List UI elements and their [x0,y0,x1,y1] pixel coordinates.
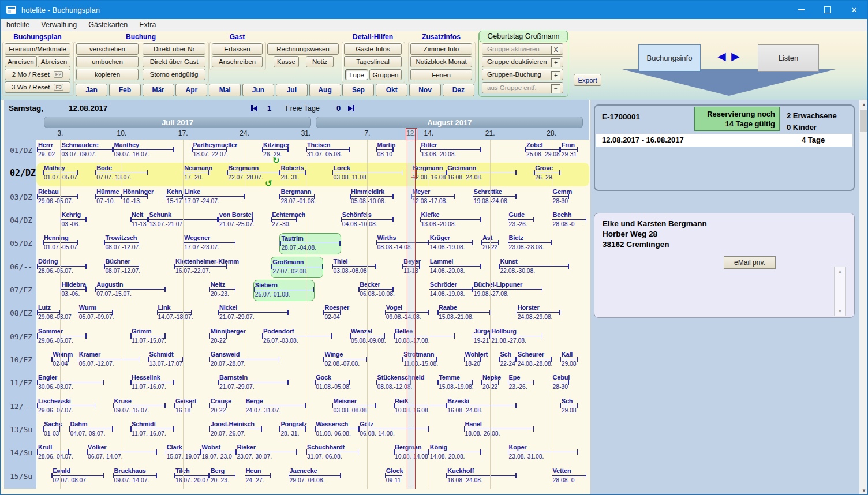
room-timeline[interactable]: Kehrig03.-06.Neit11-13Schunk13.07.-21.07… [36,209,589,232]
booking[interactable]: Echternach27.-30. [271,211,297,232]
booking[interactable]: Kehrig03.-06. [60,211,87,232]
month-tab-okt[interactable]: Okt [376,84,407,96]
room-timeline[interactable]: Hildebra03.-06.Augustin07.07.-15.07.Neit… [36,279,589,302]
room-timeline[interactable]: Döring28.06.-06.07.Büchner08.07.-12.07.K… [36,256,589,279]
day-tick[interactable]: 3. [57,129,63,137]
booking[interactable]: Greimann16.08.-24.08. [446,164,517,185]
booking[interactable]: Hollburg21.08.-27.08. [490,328,542,348]
booking[interactable]: Ewald02.07.-08.07. [51,467,104,488]
booking[interactable]: Bellee10.08.-17.08. [394,328,455,348]
booking[interactable]: Podendorf26.07.-03.08. [262,328,332,348]
booking[interactable]: Thiel03.08.-08.08. [332,258,376,279]
gaeste-infos-button[interactable]: Gäste-Infos [344,43,402,55]
booking[interactable]: Neit11-13 [130,211,148,232]
booking[interactable]: Epe23.-26. [508,374,534,395]
tageslineal-button[interactable]: Tageslineal [344,56,402,68]
day-tick[interactable]: 17. [178,129,188,137]
maximize-button[interactable] [814,1,841,19]
zimmer-info-button[interactable]: Zimmer Info [410,43,472,55]
scroll-up-icon[interactable]: ▲ [835,269,845,274]
booking[interactable]: Kitzinger26.-29. [262,141,289,162]
month-tab-jan[interactable]: Jan [76,84,107,96]
kasse-button[interactable]: Kasse [274,56,299,68]
booking[interactable]: Scheurer24.08.-28.08. [517,351,552,372]
booking[interactable]: Grimm11.07.-15.07. [130,328,166,348]
room-timeline[interactable]: Engler30.06.-08.07.Hesselink11.07.-16.07… [36,372,589,395]
booking[interactable]: Schmidt11.07.-16.07. [130,421,174,441]
booking[interactable]: Berg20.-23. [209,467,236,488]
day-tick[interactable]: 28. [547,129,556,137]
booking[interactable]: Bechh28.08.-0 [552,211,587,232]
freiraum-merkmale-button[interactable]: Freiraum/Merkmale [5,43,70,55]
month-tab-mär[interactable]: Mär [143,84,174,96]
booking[interactable]: Bruckhaus09.07.-14.07. [113,467,157,488]
minimize-button[interactable] [788,1,814,19]
notizblock-monat-button[interactable]: Notizblock Monat [410,56,472,68]
booking[interactable]: Kramer05.07.-12.07. [78,351,139,372]
booking[interactable]: Kruse09.07.-15.07. [113,397,166,418]
anreisen-button[interactable]: Anreisen [5,56,37,68]
room-timeline[interactable]: Lutz29.06.-03.07Wurm05.07.-09.07.Link14.… [36,302,589,325]
booking[interactable]: Gock01.08.-05.08. [315,374,350,395]
booking[interactable]: Völker06.07.-14.07. [87,444,157,464]
booking[interactable]: Bergman10.08.-14.08 [394,444,429,464]
booking[interactable]: Link14.07.-18.07. [157,304,192,325]
booking[interactable]: Klettenheimer-Klemm16.07.-22.07. [174,258,227,279]
booking[interactable]: Himmeldirk05.08.-10.08. [350,188,394,209]
booking[interactable]: Lutz29.06.-03.07 [37,304,60,325]
day-tick[interactable]: 24. [240,129,249,137]
booking[interactable]: Wobst19.07.-23.0 [201,444,236,464]
menu-item-hotelite[interactable]: hotelite [1,21,35,29]
booking[interactable]: Becker06.08.-10.08. [358,281,394,302]
rechnungswesen-button[interactable]: Rechnungswesen [267,43,339,55]
menu-item-extra[interactable]: Extra [133,21,162,29]
booking[interactable]: Büchner08.07.-12.07. [104,258,139,279]
booking[interactable]: Vetten28.08.-0 [552,467,587,488]
booking[interactable]: Sch22-24 [499,351,516,372]
room-timeline[interactable]: Ewald02.07.-08.07.Bruckhaus09.07.-14.07.… [36,466,589,489]
booking[interactable]: Lammel14.08.-20.08. [429,258,481,279]
booking[interactable]: Meisner03.08.-08.08. [332,397,376,418]
booking[interactable]: Roberts28.-31. [279,164,306,185]
booking[interactable]: Partheymueller18.07.-22.07. [192,141,227,162]
room-timeline[interactable]: Herrr29.-02Schmaudere03.07.-09.07.Manthe… [36,140,589,163]
scrollbar-down-icon[interactable]: ▼ [859,488,868,493]
booking[interactable]: Martin08-10 [376,141,394,162]
booking[interactable]: Sommer29.06.-06.07. [37,328,87,348]
booking[interactable]: Lorek03.08.-11.08. [332,164,403,185]
booking[interactable]: Glock09-11 [385,467,402,488]
booking[interactable]: Schröder14.08.-19.08. [429,281,473,302]
booking[interactable]: Schmaudere03.07.-09.07. [60,141,113,162]
arrow-left-icon[interactable]: ◀ [717,50,726,63]
room-timeline[interactable]: Weinm02-04Kramer05.07.-12.07.Schmidt13.0… [36,349,589,372]
booking[interactable]: Theisen31.07.-05.08. [306,141,350,162]
listen-button[interactable]: Listen [758,44,819,72]
booking[interactable]: Bergmann28.07.-01.08. [279,188,315,209]
booking[interactable]: Hümme07.-10. [95,188,122,209]
booking[interactable]: König14.08.-20.08. [429,444,481,464]
booking[interactable]: Berge24.07.-31.07. [245,397,306,418]
erfassen-button[interactable]: Erfassen [212,43,263,55]
booking[interactable]: Zobel25.08.-29.08 [525,141,560,162]
arrow-right-icon[interactable]: ▶ [731,50,740,63]
booking[interactable]: Linke17.07.-24.07. [183,188,244,209]
month-tab-mai[interactable]: Mai [209,84,241,96]
booking[interactable]: Raabe15.08.-21.08. [437,304,490,325]
menu-item-gästekarten[interactable]: Gästekarten [83,21,133,29]
scroll-down-icon[interactable]: ▼ [835,309,845,314]
booking[interactable]: Geisert16-18 [174,397,192,418]
booking[interactable]: Wenzel05.08.-09.08. [350,328,385,348]
booking[interactable]: Trowitzsch08.07.-12.07. [104,234,139,255]
booking[interactable]: Engler30.06.-08.07. [37,374,104,395]
booking[interactable]: Krull28.06.-04.07. [37,444,69,464]
room-timeline[interactable]: Krull28.06.-04.07.Völker06.07.-14.07.Cla… [36,442,589,465]
booking[interactable]: Götz06.08.-14.08. [358,421,429,441]
day-tick[interactable]: 10. [117,129,126,137]
booking[interactable]: Kehn15-17 [166,188,183,209]
buchungsinfo-button[interactable]: Buchungsinfo [638,44,701,72]
booking[interactable]: Barnstein21.07.-29.07. [218,374,289,395]
booking[interactable]: Schuchhardt31.07.-06.08. [306,444,358,464]
email-priv-button[interactable]: eMail priv. [724,256,776,269]
gruppe-deaktivieren-button[interactable]: Gruppe deaktivieren÷ [482,56,563,68]
booking[interactable]: Lischewski29.06.-07.07. [37,397,95,418]
